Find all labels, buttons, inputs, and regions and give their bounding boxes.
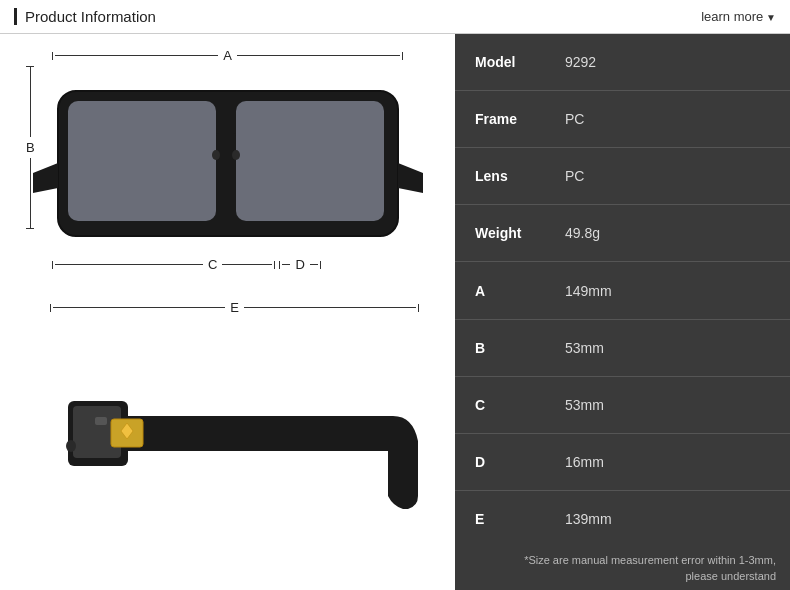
svg-point-4	[212, 150, 220, 160]
measure-d-label: D	[290, 257, 309, 272]
spec-label: E	[455, 491, 545, 548]
svg-rect-10	[95, 417, 107, 425]
measure-a-bar	[55, 55, 218, 56]
spec-row: E 139mm	[455, 491, 790, 548]
specs-panel: Model 9292 Frame PC Lens PC Weight 49.8g…	[455, 34, 790, 590]
front-view-diagram: A B	[20, 44, 435, 284]
svg-point-11	[66, 440, 76, 452]
measure-c-bar2	[222, 264, 272, 265]
measure-e-bar2	[244, 307, 416, 308]
spec-label: D	[455, 433, 545, 490]
spec-row: Lens PC	[455, 148, 790, 205]
spec-label: Model	[455, 34, 545, 90]
side-view-diagram: E	[20, 294, 435, 580]
spec-label: Frame	[455, 90, 545, 147]
spec-label: C	[455, 376, 545, 433]
svg-rect-1	[68, 101, 216, 221]
spec-row: B 53mm	[455, 319, 790, 376]
measure-d-bar	[282, 264, 290, 265]
measure-c-label: C	[203, 257, 222, 272]
diagrams-panel: A B	[0, 34, 455, 590]
spec-label: B	[455, 319, 545, 376]
measure-d-tick-left	[279, 261, 280, 269]
measure-a-tick-left	[52, 52, 53, 60]
spec-value: 149mm	[545, 262, 790, 319]
main-content: A B	[0, 34, 790, 590]
measure-c-bar	[55, 264, 203, 265]
spec-value: 53mm	[545, 376, 790, 433]
measure-cd-container: C D	[52, 257, 321, 272]
glasses-front-svg	[33, 73, 423, 273]
spec-label: A	[455, 262, 545, 319]
measure-a-line: A	[52, 48, 403, 63]
measure-b-line: B	[26, 66, 35, 229]
measure-b-bar	[30, 67, 31, 137]
spec-value: 49.8g	[545, 205, 790, 262]
spec-label: Lens	[455, 148, 545, 205]
measure-e-tick-left	[50, 304, 51, 312]
spec-table: Model 9292 Frame PC Lens PC Weight 49.8g…	[455, 34, 790, 547]
spec-value: 53mm	[545, 319, 790, 376]
page-title: Product Information	[14, 8, 156, 25]
measure-e-tick-right	[418, 304, 419, 312]
measure-b-label: B	[26, 137, 35, 158]
spec-row: Model 9292	[455, 34, 790, 90]
spec-value: 9292	[545, 34, 790, 90]
measure-b-bar2	[30, 158, 31, 228]
measure-e-line: E	[50, 300, 419, 315]
footnote: *Size are manual measurement error withi…	[455, 547, 790, 590]
spec-label: Weight	[455, 205, 545, 262]
spec-row: Frame PC	[455, 90, 790, 147]
measure-a-tick-right	[402, 52, 403, 60]
learn-more-button[interactable]: learn more	[701, 9, 776, 24]
spec-value: 139mm	[545, 491, 790, 548]
measure-c-tick-right	[274, 261, 275, 269]
measure-d-tick-right	[320, 261, 321, 269]
svg-point-5	[232, 150, 240, 160]
svg-rect-2	[236, 101, 384, 221]
measure-b-tick-bottom	[26, 228, 34, 229]
measure-e-bar	[53, 307, 225, 308]
spec-value: PC	[545, 148, 790, 205]
spec-row: Weight 49.8g	[455, 205, 790, 262]
measure-a-bar2	[237, 55, 400, 56]
svg-rect-3	[216, 133, 236, 153]
spec-value: PC	[545, 90, 790, 147]
measure-d-bar2	[310, 264, 318, 265]
spec-row: A 149mm	[455, 262, 790, 319]
spec-value: 16mm	[545, 433, 790, 490]
measure-c-tick-left	[52, 261, 53, 269]
spec-row: C 53mm	[455, 376, 790, 433]
page-header: Product Information learn more	[0, 0, 790, 34]
spec-row: D 16mm	[455, 433, 790, 490]
measure-a-label: A	[218, 48, 237, 63]
glasses-side-svg	[33, 361, 423, 536]
measure-e-label: E	[225, 300, 244, 315]
